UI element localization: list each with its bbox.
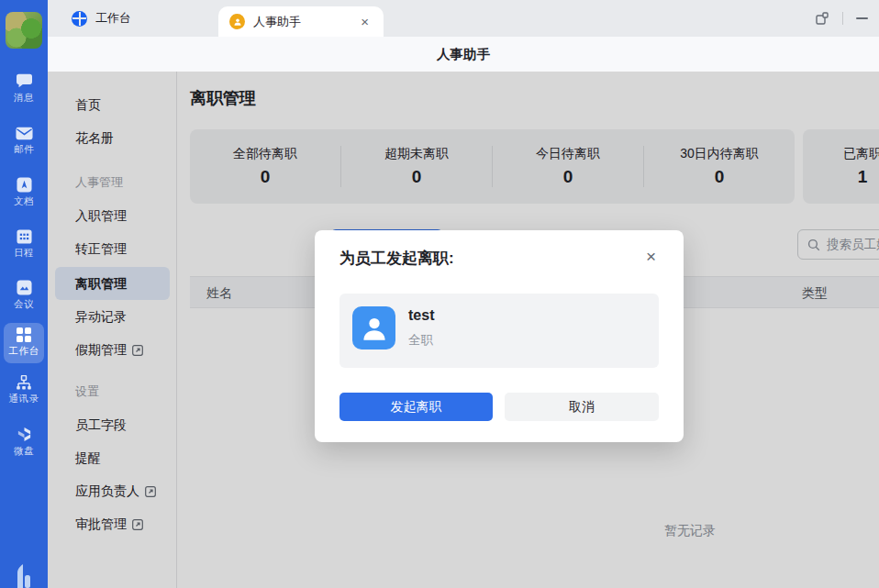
controls-divider	[842, 12, 843, 25]
close-tab-icon[interactable]: ×	[357, 13, 373, 30]
employee-name: test	[408, 307, 434, 324]
sidebar-item-calendar[interactable]: 日程	[0, 228, 48, 260]
sidebar-item-label: 微盘	[0, 445, 48, 458]
window-controls	[815, 0, 879, 37]
close-icon[interactable]: ×	[646, 248, 656, 265]
hr-person-circle-icon	[229, 14, 245, 29]
modal-title: 为员工发起离职:	[339, 248, 454, 269]
contacts-icon	[16, 375, 32, 390]
chat-icon	[16, 73, 33, 89]
sidebar-item-messages[interactable]: 消息	[0, 73, 48, 105]
sidebar-item-bottom[interactable]	[0, 561, 48, 588]
sidebar-item-docs[interactable]: 文档	[0, 177, 48, 208]
meeting-icon	[17, 280, 32, 295]
tab-hr-assistant[interactable]: 人事助手 ×	[218, 6, 384, 37]
tab-label: 工作台	[95, 10, 131, 27]
workbench-circle-icon	[72, 11, 87, 27]
employee-avatar	[352, 306, 395, 349]
minimize-icon[interactable]	[856, 17, 868, 19]
feishu-rail: 消息 邮件 文档 日程	[0, 0, 48, 588]
mail-icon	[16, 127, 33, 140]
sidebar-item-label: 日程	[0, 247, 48, 260]
sidebar-item-label: 消息	[0, 92, 48, 105]
sidebar-item-drive[interactable]: 微盘	[0, 427, 48, 458]
workbench-grid-icon	[17, 327, 31, 342]
employee-card: test 全职	[339, 294, 659, 368]
sidebar-item-mail[interactable]: 邮件	[0, 127, 48, 156]
calendar-icon	[17, 228, 32, 244]
app-title: 人事助手	[437, 46, 490, 63]
sidebar-item-contacts[interactable]: 通讯录	[0, 375, 48, 405]
drive-icon	[17, 427, 32, 442]
sidebar-item-meeting[interactable]: 会议	[0, 280, 48, 311]
user-avatar[interactable]	[6, 12, 42, 49]
sidebar-item-label: 邮件	[0, 143, 48, 156]
offboarding-modal: 为员工发起离职: × test 全职 发起离职 取消	[315, 230, 684, 442]
sidebar-item-label: 通讯录	[0, 393, 48, 405]
app-window: 消息 邮件 文档 日程	[0, 0, 879, 588]
sidebar-item-label: 文档	[0, 195, 48, 208]
person-icon	[359, 313, 390, 344]
detach-window-icon[interactable]	[815, 11, 829, 26]
sidebar-item-label: 会议	[0, 298, 48, 311]
docs-icon	[17, 177, 32, 193]
sidebar-item-workbench[interactable]: 工作台	[0, 327, 48, 358]
confirm-offboarding-button[interactable]: 发起离职	[339, 393, 493, 421]
sidebar-item-label: 工作台	[0, 345, 48, 358]
employee-type: 全职	[408, 332, 433, 349]
tab-label: 人事助手	[253, 14, 301, 30]
cancel-button[interactable]: 取消	[505, 393, 659, 421]
tab-bar: 工作台 人事助手 ×	[48, 0, 879, 37]
app-header: 人事助手	[48, 37, 879, 72]
tab-workbench[interactable]: 工作台	[57, 0, 146, 37]
chart-flag-icon	[13, 561, 35, 588]
